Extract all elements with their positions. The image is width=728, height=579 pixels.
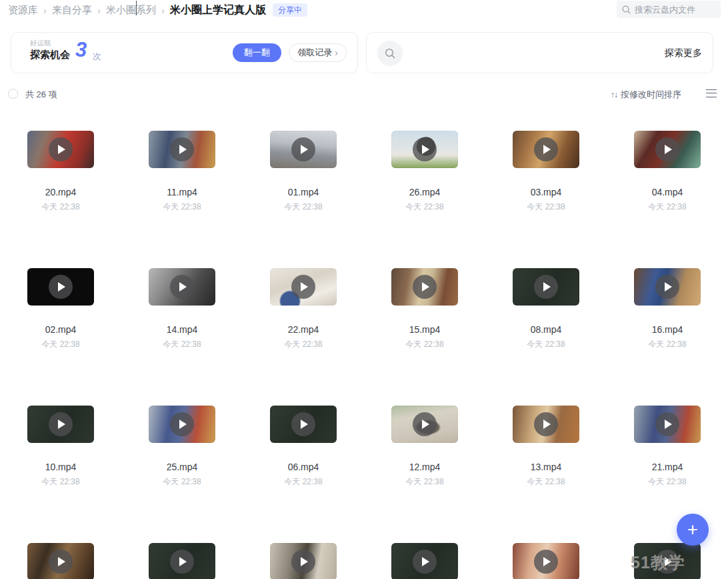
file-card[interactable]: 16.mp4 今天 22:38 [621,268,714,350]
file-card[interactable] [257,543,350,579]
search-icon [385,48,395,59]
video-thumbnail[interactable] [149,131,215,168]
explore-more-link[interactable]: 探索更多 [665,47,702,59]
add-fab-button[interactable]: + [677,514,709,546]
file-card[interactable] [135,543,229,579]
claim-record-button[interactable]: 领取记录 › [289,43,347,62]
cloud-search-box[interactable] [617,1,721,18]
file-card[interactable]: 26.mp4 今天 22:38 [378,131,471,213]
file-card[interactable]: 20.mp4 今天 22:38 [14,131,107,213]
video-thumbnail[interactable] [27,268,94,306]
sort-control[interactable]: ↑↓ 按修改时间排序 [611,89,681,101]
video-thumbnail[interactable] [149,543,215,579]
file-card[interactable]: 06.mp4 今天 22:38 [257,406,350,488]
flip-button[interactable]: 翻一翻 [233,43,281,62]
video-thumbnail[interactable] [391,131,458,168]
video-thumbnail[interactable] [513,543,579,579]
play-icon[interactable] [655,137,679,161]
search-icon [622,5,631,14]
play-icon[interactable] [291,137,315,161]
file-time: 今天 22:38 [621,201,714,213]
file-card[interactable]: 11.mp4 今天 22:38 [135,131,229,213]
video-thumbnail[interactable] [391,268,458,306]
file-card[interactable] [378,543,471,579]
file-card[interactable]: 10.mp4 今天 22:38 [14,406,107,488]
file-card[interactable]: 03.mp4 今天 22:38 [499,131,593,213]
video-thumbnail[interactable] [391,543,458,579]
text-cursor-caret [136,1,137,15]
list-view-toggle-icon[interactable] [706,89,717,97]
play-icon[interactable] [413,137,437,161]
file-card[interactable]: 15.mp4 今天 22:38 [378,268,471,350]
video-thumbnail[interactable] [27,543,94,579]
video-thumbnail[interactable] [27,406,94,443]
play-icon[interactable] [49,137,73,161]
file-card[interactable] [499,543,593,579]
breadcrumb-item-library[interactable]: 资源库 [8,4,38,17]
play-icon[interactable] [655,275,679,299]
breadcrumb: 资源库 › 来自分享 › 米小圈系列 › 米小圈上学记真人版 分享中 [8,1,307,19]
play-icon[interactable] [49,412,73,436]
file-card[interactable] [14,543,107,579]
select-all-checkbox[interactable] [8,89,18,99]
play-icon[interactable] [170,412,194,436]
play-icon[interactable] [49,275,73,299]
play-icon[interactable] [413,275,437,299]
search-input[interactable] [635,5,715,15]
video-thumbnail[interactable] [513,406,579,443]
file-card[interactable]: 12.mp4 今天 22:38 [378,406,471,488]
play-icon[interactable] [170,550,194,574]
file-card[interactable]: 04.mp4 今天 22:38 [621,131,714,213]
video-thumbnail[interactable] [270,543,337,579]
file-card[interactable] [621,543,714,579]
explore-search-button[interactable] [377,41,403,66]
play-icon[interactable] [534,275,558,299]
file-time: 今天 22:38 [14,476,107,488]
explore-card: 探索更多 [366,32,713,73]
play-icon[interactable] [534,550,558,574]
video-thumbnail[interactable] [149,268,215,306]
play-icon[interactable] [49,550,73,574]
video-thumbnail[interactable] [634,406,701,443]
video-thumbnail[interactable] [27,131,94,168]
file-card[interactable]: 08.mp4 今天 22:38 [499,268,593,350]
file-card[interactable]: 25.mp4 今天 22:38 [135,406,229,488]
video-thumbnail[interactable] [634,268,701,306]
breadcrumb-item-shared[interactable]: 来自分享 [52,4,92,17]
play-icon[interactable] [655,412,679,436]
claim-record-label: 领取记录 [297,44,332,61]
video-thumbnail[interactable] [513,268,579,306]
file-card[interactable]: 01.mp4 今天 22:38 [257,131,350,213]
video-thumbnail[interactable] [634,543,701,579]
video-thumbnail[interactable] [391,406,458,443]
file-card[interactable]: 13.mp4 今天 22:38 [499,406,593,488]
file-name: 16.mp4 [621,324,714,336]
breadcrumb-item-series[interactable]: 米小圈系列 [106,4,156,17]
explore-chances-title: 探索机会 [30,49,70,61]
play-icon[interactable] [413,412,437,436]
play-icon[interactable] [170,275,194,299]
video-thumbnail[interactable] [634,131,701,168]
play-icon[interactable] [291,275,315,299]
play-icon[interactable] [291,412,315,436]
play-icon[interactable] [534,137,558,161]
file-name: 20.mp4 [14,187,107,198]
video-thumbnail[interactable] [270,131,337,168]
play-icon[interactable] [655,550,679,574]
video-thumbnail[interactable] [149,406,215,443]
file-time: 今天 22:38 [135,338,229,350]
file-name: 13.mp4 [499,462,593,473]
play-icon[interactable] [291,550,315,574]
video-thumbnail[interactable] [270,406,337,443]
play-icon[interactable] [534,412,558,436]
file-card[interactable]: 22.mp4 今天 22:38 [257,268,350,350]
sort-label: 按修改时间排序 [621,89,681,101]
play-icon[interactable] [413,550,437,574]
video-thumbnail[interactable] [513,131,579,168]
file-card[interactable]: 21.mp4 今天 22:38 [621,406,714,488]
video-thumbnail[interactable] [270,268,337,306]
file-card[interactable]: 14.mp4 今天 22:38 [135,268,229,350]
file-name: 26.mp4 [378,187,471,198]
file-card[interactable]: 02.mp4 今天 22:38 [14,268,107,350]
play-icon[interactable] [170,137,194,161]
